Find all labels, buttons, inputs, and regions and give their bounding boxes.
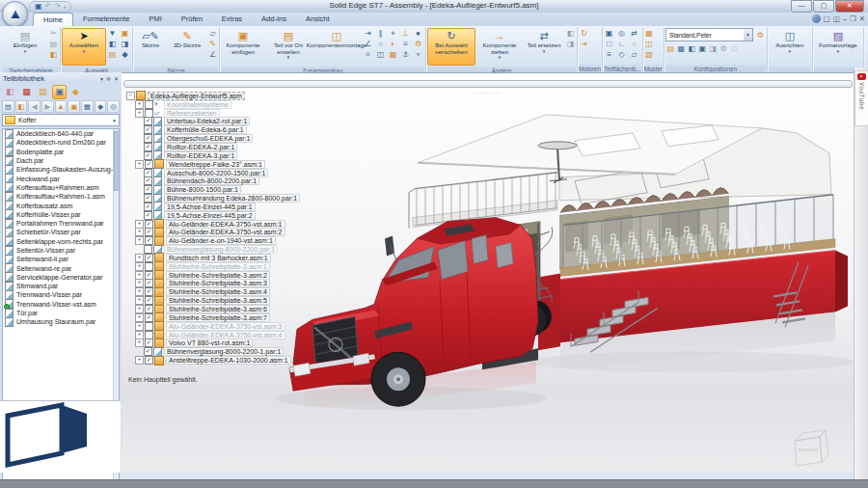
relation-options-icon[interactable]: ▾	[413, 49, 423, 60]
axial-align-icon[interactable]: ⌖	[388, 28, 398, 39]
visibility-checkbox[interactable]: ✓	[145, 305, 153, 313]
visibility-checkbox[interactable]	[145, 331, 153, 339]
tab-pruefen[interactable]: Prüfen	[172, 13, 212, 26]
visibility-checkbox[interactable]: ✓	[145, 271, 153, 280]
sketch-3d-button[interactable]: ✎ 3D-Skizze	[168, 28, 206, 66]
history-icon[interactable]: ◆	[68, 85, 83, 99]
library-file-item[interactable]: Heckwand.par	[3, 174, 119, 182]
visibility-checkbox[interactable]: ✓	[144, 117, 152, 125]
copy-icon[interactable]: ▤	[48, 39, 59, 49]
config-edit-icon[interactable]: ◧	[687, 43, 697, 54]
library-file-item[interactable]: Seitenklappe-vorn-rechts.par	[3, 237, 119, 246]
style-button[interactable]: ▨ Formatvorlage ▾	[814, 28, 862, 66]
library-file-item[interactable]: Kofferbausatz.asm	[3, 201, 119, 209]
library-file-item[interactable]: Kofferaufbau+Rahmen.asm	[3, 183, 119, 192]
new-folder-icon[interactable]: ▣	[68, 100, 80, 113]
configuration-select[interactable]: Standard,Peter ▼	[665, 28, 753, 41]
visibility-checkbox[interactable]: ✓	[144, 134, 152, 143]
tab-pmi[interactable]: PMI	[139, 13, 171, 26]
visibility-checkbox[interactable]: ✓	[145, 279, 153, 287]
visibility-checkbox[interactable]: ✓	[144, 169, 152, 177]
document-icon[interactable]: ▤	[2, 100, 14, 113]
back-icon[interactable]: ◀	[28, 100, 41, 113]
parallel-icon[interactable]: ≡	[400, 39, 411, 49]
visibility-checkbox[interactable]: ✓	[145, 313, 153, 322]
library-folder-select[interactable]: Koffer ▼	[2, 114, 120, 126]
visibility-checkbox[interactable]: ✓	[144, 211, 152, 220]
coplanar-face-icon[interactable]: ▱	[629, 49, 639, 60]
config-open-icon[interactable]: ▤	[665, 43, 676, 54]
align-button[interactable]: ◫ Ausrichten ▾	[769, 28, 811, 66]
visibility-checkbox[interactable]: ✓	[145, 287, 153, 296]
library-file-item[interactable]: Stirnwand.par	[3, 282, 119, 290]
pathfinder-item[interactable]: +⌖Koordinatensysteme	[126, 100, 329, 109]
visibility-checkbox[interactable]: ✓	[144, 125, 152, 134]
pin-icon[interactable]: ✛	[106, 75, 111, 82]
visibility-checkbox[interactable]: ✓	[144, 176, 152, 185]
application-button[interactable]	[2, 1, 28, 27]
connect-icon[interactable]: ●	[413, 28, 423, 39]
symmetric-face-icon[interactable]: ◇	[616, 49, 627, 60]
visibility-checkbox[interactable]: ✓	[144, 194, 152, 203]
maximize-button[interactable]: ▢	[813, 0, 834, 13]
forward-icon[interactable]: ▶	[41, 100, 54, 113]
library-file-item[interactable]: Umhausung Stauraum.par	[3, 317, 119, 326]
expand-icon[interactable]: +	[135, 220, 144, 229]
up-level-icon[interactable]: ▲	[55, 100, 68, 113]
paint-face-icon[interactable]: ▣	[604, 28, 614, 39]
config-settings-icon[interactable]: ⚙	[719, 43, 729, 54]
rigid-icon[interactable]: ▦	[388, 49, 398, 60]
tangent-face-icon[interactable]: ○	[629, 39, 639, 49]
panel-options-icon[interactable]: ▾	[100, 75, 103, 82]
tab-home[interactable]: Home	[33, 13, 73, 27]
library-file-item[interactable]: Bodenplatte.par	[3, 148, 119, 156]
close-button[interactable]: ✕	[835, 0, 864, 13]
library-file-item[interactable]: Trennwand-Visser.par	[3, 290, 119, 299]
config-camera-icon[interactable]: ◨	[708, 43, 719, 54]
pathfinder-item[interactable]: +✓Anstelltreppe-EDEKA-1030-2000.asm:1	[126, 356, 329, 365]
feature-playback-icon[interactable]: ◧	[3, 85, 17, 99]
library-file-item[interactable]: Seitenwand-re.par	[3, 263, 119, 272]
panel-close-icon[interactable]: ✕	[114, 75, 119, 82]
youtube-tab[interactable]: YouTube	[854, 70, 868, 126]
expand-icon[interactable]: +	[135, 322, 144, 331]
library-file-item[interactable]: Abdeckblech-rund Dm260.par	[3, 138, 119, 147]
visibility-checkbox[interactable]: ✓	[145, 339, 153, 347]
library-file-item[interactable]: Serviceklappe-Generator.par	[3, 273, 119, 282]
replace-part-button[interactable]: ⇄ Teil ersetzen ▾	[524, 28, 564, 66]
mirror-icon[interactable]: ◫	[644, 39, 655, 49]
pathfinder-splitter[interactable]: ·········	[123, 80, 853, 88]
visibility-checkbox[interactable]: ✓	[144, 143, 152, 151]
apply-configuration-icon[interactable]: ⚙	[755, 30, 766, 41]
library-file-item[interactable]: Trennwand-Visser-vst.asm	[3, 300, 119, 309]
wash-face-icon[interactable]: ◎	[616, 28, 627, 39]
tile-windows-icon[interactable]: ▢	[824, 14, 830, 24]
visibility-checkbox[interactable]: ✓	[145, 356, 153, 365]
visibility-checkbox[interactable]: ✓	[145, 296, 153, 305]
visibility-checkbox[interactable]: ✓	[145, 236, 153, 245]
select-overlap-icon[interactable]: ◧	[107, 39, 118, 49]
offset-face-icon[interactable]: □	[604, 39, 614, 49]
library-file-item[interactable]: Einfassung-Staukasten-Auszug-vst.asm	[3, 165, 119, 174]
sketch-angle-icon[interactable]: ∠	[207, 49, 218, 60]
expand-icon[interactable]: +	[135, 313, 144, 322]
search-icon[interactable]: ◎	[107, 100, 120, 113]
visibility-checkbox[interactable]: ✓	[145, 228, 153, 236]
ground-icon[interactable]: ⚓	[400, 49, 411, 60]
restore-document-icon[interactable]: ❒	[850, 14, 856, 24]
expand-icon[interactable]: +	[135, 254, 144, 262]
angle-relation-icon[interactable]: ∠	[363, 39, 373, 49]
expand-icon[interactable]: +	[135, 262, 144, 271]
swap-face-icon[interactable]: ⇄	[629, 28, 639, 39]
sketch-plane-icon[interactable]: ▱	[207, 28, 218, 39]
visibility-checkbox[interactable]: ✓	[144, 185, 152, 194]
select-priority-icon[interactable]: ▼	[107, 28, 118, 39]
pathfinder-root-item[interactable]: −Edeka-Auflieger-Entwurf5.asm	[126, 92, 329, 100]
expand-icon[interactable]: +	[135, 356, 144, 365]
library-file-item[interactable]: Schiebetür-Visser.par	[3, 228, 119, 236]
select-lock-icon[interactable]: ▣	[120, 28, 130, 39]
sketch-edit-icon[interactable]: ✎	[207, 39, 218, 49]
expand-icon[interactable]: +	[135, 100, 144, 109]
preview-icon[interactable]: ◆	[95, 100, 107, 113]
tab-formelemente[interactable]: Formelemente	[73, 13, 139, 26]
